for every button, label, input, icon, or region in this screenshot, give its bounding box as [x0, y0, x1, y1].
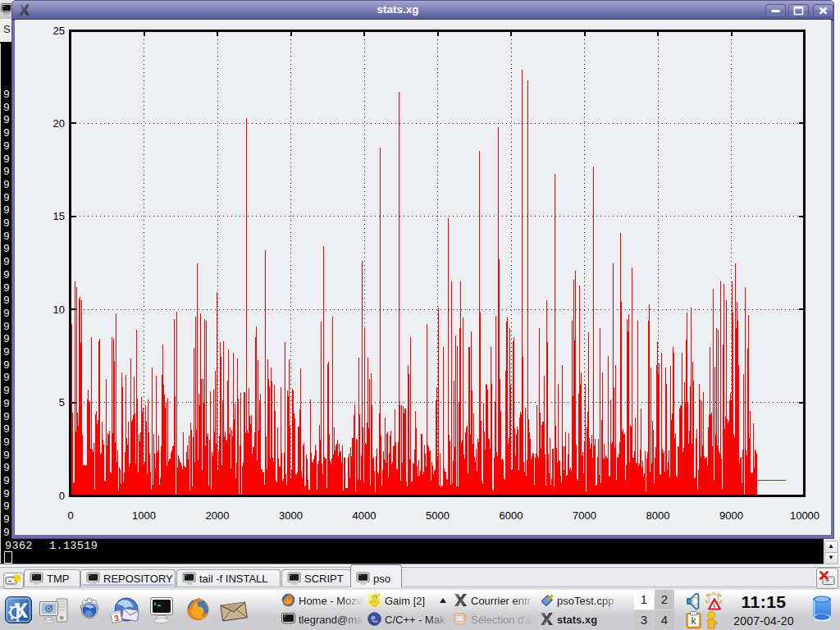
svg-text:20: 20 — [53, 117, 65, 130]
svg-text:10: 10 — [53, 304, 65, 316]
svg-text:5: 5 — [59, 396, 65, 409]
svg-text:0: 0 — [67, 509, 73, 522]
svg-text:7000: 7000 — [573, 509, 596, 522]
svg-text:6000: 6000 — [500, 509, 523, 522]
svg-text:1000: 1000 — [132, 509, 156, 522]
svg-text:4000: 4000 — [353, 509, 377, 522]
svg-text:8000: 8000 — [646, 509, 670, 522]
svg-text:25: 25 — [53, 25, 65, 37]
svg-text:9000: 9000 — [719, 509, 743, 522]
svg-text:2000: 2000 — [206, 509, 230, 522]
svg-text:5000: 5000 — [426, 509, 450, 522]
svg-text:15: 15 — [53, 210, 65, 222]
svg-text:3000: 3000 — [279, 509, 303, 522]
svg-text:10000: 10000 — [790, 509, 819, 522]
svg-text:0: 0 — [59, 490, 65, 502]
